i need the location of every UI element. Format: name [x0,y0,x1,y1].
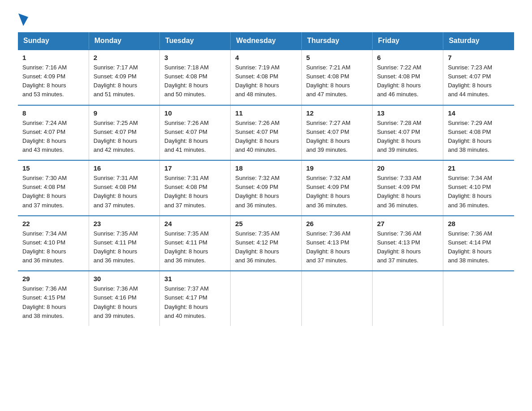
calendar-cell [443,271,514,326]
day-info: Sunrise: 7:34 AMSunset: 4:10 PMDaylight:… [22,229,84,265]
calendar-cell [231,271,301,326]
day-info: Sunrise: 7:16 AMSunset: 4:09 PMDaylight:… [22,63,84,99]
day-number: 28 [448,220,510,227]
calendar-cell: 19 Sunrise: 7:32 AMSunset: 4:09 PMDaylig… [301,160,372,216]
day-info: Sunrise: 7:32 AMSunset: 4:09 PMDaylight:… [235,174,296,210]
calendar-header-row: SundayMondayTuesdayWednesdayThursdayFrid… [18,32,514,50]
day-number: 22 [22,220,84,227]
calendar-cell: 6 Sunrise: 7:22 AMSunset: 4:08 PMDayligh… [372,50,443,105]
calendar-cell: 8 Sunrise: 7:24 AMSunset: 4:07 PMDayligh… [18,105,89,161]
week-row-4: 22 Sunrise: 7:34 AMSunset: 4:10 PMDaylig… [18,216,514,271]
day-info: Sunrise: 7:35 AMSunset: 4:11 PMDaylight:… [94,229,155,265]
day-number: 2 [94,54,155,61]
day-number: 18 [235,164,296,172]
column-header-tuesday: Tuesday [160,32,231,50]
calendar-cell: 24 Sunrise: 7:35 AMSunset: 4:11 PMDaylig… [160,216,231,271]
day-number: 11 [235,109,296,117]
calendar-cell: 1 Sunrise: 7:16 AMSunset: 4:09 PMDayligh… [18,50,89,105]
day-number: 26 [306,220,368,227]
day-number: 16 [94,164,155,172]
day-info: Sunrise: 7:27 AMSunset: 4:07 PMDaylight:… [306,119,368,155]
day-number: 8 [22,109,84,117]
day-info: Sunrise: 7:19 AMSunset: 4:08 PMDaylight:… [235,63,296,99]
day-info: Sunrise: 7:22 AMSunset: 4:08 PMDaylight:… [377,63,438,99]
calendar-cell: 15 Sunrise: 7:30 AMSunset: 4:08 PMDaylig… [18,160,89,216]
calendar-cell: 12 Sunrise: 7:27 AMSunset: 4:07 PMDaylig… [301,105,372,161]
calendar-cell: 4 Sunrise: 7:19 AMSunset: 4:08 PMDayligh… [231,50,301,105]
calendar-cell: 3 Sunrise: 7:18 AMSunset: 4:08 PMDayligh… [160,50,231,105]
day-info: Sunrise: 7:31 AMSunset: 4:08 PMDaylight:… [164,174,226,210]
calendar-cell: 29 Sunrise: 7:36 AMSunset: 4:15 PMDaylig… [18,271,89,326]
calendar-cell: 22 Sunrise: 7:34 AMSunset: 4:10 PMDaylig… [18,216,89,271]
day-info: Sunrise: 7:33 AMSunset: 4:09 PMDaylight:… [377,174,438,210]
day-number: 19 [306,164,368,172]
day-info: Sunrise: 7:34 AMSunset: 4:10 PMDaylight:… [448,174,510,210]
day-number: 3 [164,54,226,61]
svg-marker-0 [18,13,28,26]
calendar-cell: 10 Sunrise: 7:26 AMSunset: 4:07 PMDaylig… [160,105,231,161]
day-number: 13 [377,109,438,117]
day-info: Sunrise: 7:23 AMSunset: 4:07 PMDaylight:… [448,63,510,99]
calendar-cell: 23 Sunrise: 7:35 AMSunset: 4:11 PMDaylig… [89,216,159,271]
calendar-cell: 13 Sunrise: 7:28 AMSunset: 4:07 PMDaylig… [372,105,443,161]
day-info: Sunrise: 7:21 AMSunset: 4:08 PMDaylight:… [306,63,368,99]
column-header-saturday: Saturday [443,32,514,50]
day-number: 14 [448,109,510,117]
calendar-cell [301,271,372,326]
calendar-cell: 14 Sunrise: 7:29 AMSunset: 4:08 PMDaylig… [443,105,514,161]
week-row-1: 1 Sunrise: 7:16 AMSunset: 4:09 PMDayligh… [18,50,514,105]
page-header [18,13,514,23]
day-number: 27 [377,220,438,227]
day-info: Sunrise: 7:26 AMSunset: 4:07 PMDaylight:… [235,119,296,155]
calendar-cell: 16 Sunrise: 7:31 AMSunset: 4:08 PMDaylig… [89,160,159,216]
calendar-cell [372,271,443,326]
day-number: 24 [164,220,226,227]
week-row-2: 8 Sunrise: 7:24 AMSunset: 4:07 PMDayligh… [18,105,514,161]
day-info: Sunrise: 7:25 AMSunset: 4:07 PMDaylight:… [94,119,155,155]
day-number: 25 [235,220,296,227]
calendar-table: SundayMondayTuesdayWednesdayThursdayFrid… [18,32,514,326]
day-number: 7 [448,54,510,61]
day-info: Sunrise: 7:35 AMSunset: 4:12 PMDaylight:… [235,229,296,265]
calendar-cell: 21 Sunrise: 7:34 AMSunset: 4:10 PMDaylig… [443,160,514,216]
day-info: Sunrise: 7:32 AMSunset: 4:09 PMDaylight:… [306,174,368,210]
week-row-5: 29 Sunrise: 7:36 AMSunset: 4:15 PMDaylig… [18,271,514,326]
calendar-cell: 26 Sunrise: 7:36 AMSunset: 4:13 PMDaylig… [301,216,372,271]
logo-triangle-icon [18,13,28,26]
column-header-friday: Friday [372,32,443,50]
column-header-sunday: Sunday [18,32,89,50]
calendar-cell: 28 Sunrise: 7:36 AMSunset: 4:14 PMDaylig… [443,216,514,271]
day-info: Sunrise: 7:24 AMSunset: 4:07 PMDaylight:… [22,119,84,155]
day-info: Sunrise: 7:18 AMSunset: 4:08 PMDaylight:… [164,63,226,99]
calendar-cell: 9 Sunrise: 7:25 AMSunset: 4:07 PMDayligh… [89,105,159,161]
day-number: 21 [448,164,510,172]
calendar-cell: 2 Sunrise: 7:17 AMSunset: 4:09 PMDayligh… [89,50,159,105]
calendar-cell: 17 Sunrise: 7:31 AMSunset: 4:08 PMDaylig… [160,160,231,216]
day-info: Sunrise: 7:28 AMSunset: 4:07 PMDaylight:… [377,119,438,155]
day-number: 29 [22,275,84,283]
day-number: 31 [164,275,226,283]
day-info: Sunrise: 7:36 AMSunset: 4:16 PMDaylight:… [94,284,155,321]
day-number: 9 [94,109,155,117]
day-info: Sunrise: 7:36 AMSunset: 4:13 PMDaylight:… [377,229,438,265]
calendar-cell: 11 Sunrise: 7:26 AMSunset: 4:07 PMDaylig… [231,105,301,161]
column-header-wednesday: Wednesday [231,32,301,50]
week-row-3: 15 Sunrise: 7:30 AMSunset: 4:08 PMDaylig… [18,160,514,216]
column-header-thursday: Thursday [301,32,372,50]
day-number: 30 [94,275,155,283]
calendar-cell: 27 Sunrise: 7:36 AMSunset: 4:13 PMDaylig… [372,216,443,271]
day-info: Sunrise: 7:36 AMSunset: 4:15 PMDaylight:… [22,284,84,321]
day-info: Sunrise: 7:30 AMSunset: 4:08 PMDaylight:… [22,174,84,210]
day-info: Sunrise: 7:29 AMSunset: 4:08 PMDaylight:… [448,119,510,155]
day-number: 5 [306,54,368,61]
calendar-cell: 5 Sunrise: 7:21 AMSunset: 4:08 PMDayligh… [301,50,372,105]
day-number: 15 [22,164,84,172]
day-number: 6 [377,54,438,61]
day-number: 1 [22,54,84,61]
day-number: 12 [306,109,368,117]
calendar-cell: 31 Sunrise: 7:37 AMSunset: 4:17 PMDaylig… [160,271,231,326]
logo [18,13,29,23]
day-number: 20 [377,164,438,172]
day-number: 23 [94,220,155,227]
column-header-monday: Monday [89,32,159,50]
